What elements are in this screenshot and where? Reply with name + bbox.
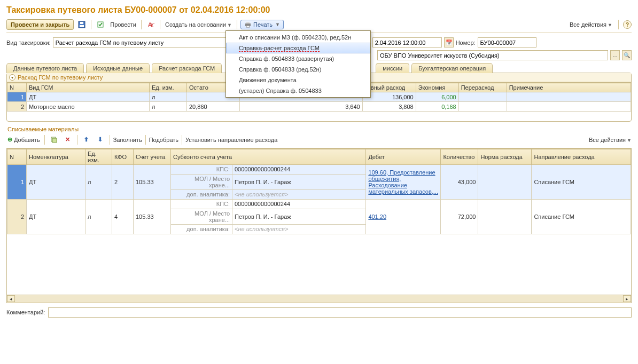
debet-link[interactable]: 401.20: [368, 213, 386, 220]
print-menu: Акт о списании МЗ (ф. 0504230), ред.52н …: [225, 30, 371, 98]
delete-icon[interactable]: ✕: [62, 134, 74, 145]
table-row[interactable]: 2 Моторное масло л 20,860 3,640 3,808 0,…: [7, 102, 631, 112]
post-icon[interactable]: [95, 19, 106, 30]
all-actions-button-2[interactable]: Все действия▼: [589, 137, 632, 143]
print-menu-item[interactable]: Справка ф. 0504833 (развернутая): [226, 53, 370, 64]
collapse-icon[interactable]: ▾: [9, 74, 15, 81]
svg-rect-2: [80, 22, 83, 24]
svg-rect-7: [246, 22, 250, 23]
print-menu-item[interactable]: Справка ф. 0504833 (ред.52н): [226, 64, 370, 75]
svg-text:кт: кт: [151, 21, 154, 28]
tab-calc-gsm[interactable]: Расчет расхода ГСМ: [152, 63, 222, 73]
post-close-button[interactable]: Провести и закрыть: [6, 19, 74, 30]
create-base-button[interactable]: Создать на основании▼: [164, 20, 234, 29]
page-title: Таксировка путевого листа БУ00-000007 от…: [6, 5, 632, 15]
col-dir[interactable]: Направление расхода: [532, 149, 631, 164]
copy-icon[interactable]: [48, 134, 60, 145]
number-label: Номер:: [456, 39, 476, 46]
date-input[interactable]: [372, 37, 442, 48]
print-menu-item[interactable]: Движения документа: [226, 75, 370, 85]
org-input[interactable]: [377, 50, 608, 60]
spmat-grid-wrap: N Номенклатура Ед. изм. КФО Счет учета С…: [6, 148, 632, 303]
org-pick-button[interactable]: …: [610, 50, 620, 60]
col-acct[interactable]: Счет учета: [134, 149, 171, 164]
comment-row: Комментарий:: [6, 307, 632, 318]
col-unit[interactable]: Ед. изм.: [85, 149, 112, 164]
svg-rect-10: [52, 138, 57, 143]
add-button[interactable]: ⊕Добавить: [6, 136, 41, 144]
setdir-button[interactable]: Установить направление расхода: [185, 137, 277, 143]
calendar-icon[interactable]: 📅: [444, 37, 454, 48]
table-row[interactable]: 1 ДТ л 2 105.33 КПС: 00000000000000244 1…: [7, 164, 631, 174]
col-unit[interactable]: Ед. изм.: [150, 83, 187, 92]
scroll-left-icon[interactable]: ◂: [7, 295, 15, 302]
col-debet[interactable]: Дебет: [366, 149, 441, 164]
col-nom[interactable]: Номенклатура: [27, 149, 85, 164]
print-menu-item[interactable]: (устарел) Справка ф. 0504833: [226, 85, 370, 96]
save-icon[interactable]: [76, 19, 88, 30]
col-norm[interactable]: Норма расхода: [478, 149, 532, 164]
col-qty[interactable]: Количество: [441, 149, 478, 164]
col-kfo[interactable]: КФО: [112, 149, 134, 164]
svg-rect-8: [246, 26, 250, 27]
print-button[interactable]: Печать▼: [240, 20, 284, 29]
pick-button[interactable]: Подобрать: [149, 137, 178, 143]
move-up-icon[interactable]: ⬆: [81, 134, 92, 145]
table-row[interactable]: 2 ДТ л 4 105.33 КПС: 00000000000000244 4…: [7, 199, 631, 209]
tab-sheet-data[interactable]: Данные путевого листа: [6, 63, 84, 73]
help-button[interactable]: ?: [623, 20, 632, 29]
type-label: Вид таксировки:: [6, 39, 51, 46]
all-actions-button[interactable]: Все действия▼: [568, 20, 614, 29]
spmat-label: Списываемые материалы: [7, 126, 632, 132]
print-menu-item[interactable]: Акт о списании МЗ (ф. 0504230), ред.52н: [226, 32, 370, 43]
print-menu-item[interactable]: Справка-расчет расхода ГСМ: [226, 43, 370, 53]
col-kind[interactable]: Вид ГСМ: [27, 83, 150, 92]
col-eco[interactable]: Экономия: [416, 83, 458, 92]
hscroll[interactable]: ◂ ▸: [7, 295, 631, 303]
scroll-right-icon[interactable]: ▸: [623, 295, 631, 302]
spmat-toolbar: ⊕Добавить ✕ ⬆ ⬇ Заполнить Подобрать Уста…: [6, 134, 632, 148]
move-down-icon[interactable]: ⬇: [95, 134, 106, 145]
col-over[interactable]: Перерасход: [458, 83, 507, 92]
org-search-icon[interactable]: 🔍: [622, 50, 632, 60]
tab-source-data[interactable]: Исходные данные: [86, 63, 150, 73]
unpost-icon[interactable]: Акт: [145, 19, 157, 30]
col-n[interactable]: N: [7, 149, 27, 164]
col-sub[interactable]: Субконто счета учета: [171, 149, 366, 164]
col-note[interactable]: Примечание: [507, 83, 631, 92]
post-button[interactable]: Провести: [108, 20, 138, 29]
number-input[interactable]: [478, 37, 536, 48]
svg-rect-1: [80, 25, 84, 27]
comment-input[interactable]: [48, 307, 632, 318]
printer-icon: [244, 21, 252, 28]
col-n[interactable]: N: [7, 83, 27, 92]
type-input[interactable]: [53, 37, 229, 48]
debet-link[interactable]: 109.60, Предоставление общежития, Расход…: [368, 169, 438, 195]
comment-label: Комментарий:: [6, 309, 45, 315]
tab-accounting[interactable]: Бухгалтерская операция: [411, 63, 493, 73]
tab-commission[interactable]: миссии: [376, 63, 409, 73]
fill-button[interactable]: Заполнить: [113, 137, 142, 143]
spmat-grid: N Номенклатура Ед. изм. КФО Счет учета С…: [7, 149, 631, 234]
